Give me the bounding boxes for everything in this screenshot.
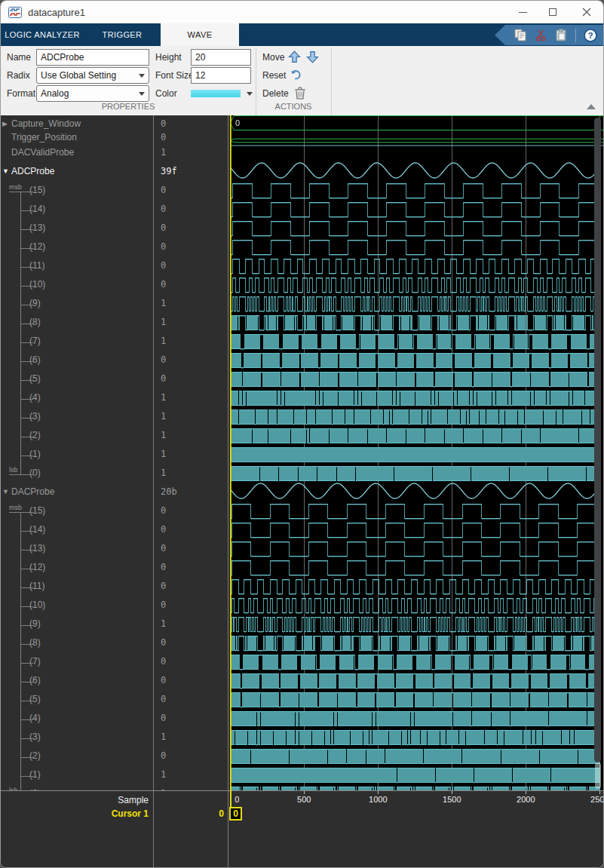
maximize-button[interactable] [538, 1, 568, 23]
tab-wave[interactable]: WAVE [161, 23, 239, 46]
channel-name[interactable]: (8) [29, 637, 41, 648]
msb-tag: msb [9, 504, 22, 511]
vertical-scrollbar [593, 118, 602, 789]
channel-name[interactable]: (12) [29, 562, 45, 572]
bit-tree-tick [20, 229, 33, 230]
channel-name[interactable]: (9) [29, 298, 41, 308]
channel-name[interactable]: (13) [29, 543, 45, 554]
cursor-marker-box[interactable]: 0 [229, 807, 242, 820]
ribbon-tab-bar: LOGIC ANALYZER TRIGGER WAVE ? [1, 23, 604, 46]
channel-value: 1 [161, 298, 166, 308]
channel-name[interactable]: (15) [29, 505, 45, 516]
channel-name[interactable]: (14) [29, 524, 45, 535]
bit-tree-tick [20, 342, 33, 343]
radix-dropdown[interactable]: Use Global Setting [36, 67, 149, 84]
cut-icon[interactable] [535, 29, 547, 41]
channel-name[interactable]: (8) [29, 317, 41, 327]
axis-tickmark [378, 791, 379, 794]
values-plot-divider[interactable] [228, 115, 228, 868]
collapse-channel-icon[interactable]: ▼ [2, 167, 9, 175]
channel-value: 0 [161, 241, 166, 252]
channel-name[interactable]: (1) [29, 769, 41, 780]
bit-tree-tick [20, 248, 33, 249]
channel-name[interactable]: (7) [29, 336, 41, 346]
bit-tree-tick [20, 644, 33, 645]
channel-name[interactable]: (10) [29, 600, 45, 610]
color-dropdown-caret[interactable] [247, 92, 253, 96]
paste-icon[interactable] [555, 29, 568, 41]
channel-name[interactable]: Capture_Window [11, 118, 81, 129]
channel-value: 0 [161, 118, 166, 129]
color-swatch[interactable] [191, 90, 241, 97]
format-dropdown[interactable]: Analog [36, 85, 149, 102]
channel-name[interactable]: (7) [29, 656, 41, 667]
move-up-button[interactable] [288, 51, 301, 63]
channel-name[interactable]: (11) [29, 581, 44, 591]
channel-name[interactable]: (12) [29, 241, 45, 252]
waveform-canvas[interactable] [229, 115, 604, 790]
height-input[interactable] [191, 49, 251, 66]
tab-trigger[interactable]: TRIGGER [90, 23, 155, 46]
channel-value: 0 [161, 675, 166, 686]
cursor-label: Cursor 1 [112, 808, 149, 819]
channel-value: 20b [161, 486, 177, 497]
channel-name[interactable]: (2) [29, 430, 41, 440]
help-icon[interactable]: ? [584, 29, 597, 42]
axis-label: Sample [118, 795, 149, 805]
minimize-icon [519, 12, 527, 13]
collapse-toolstrip-button[interactable] [587, 104, 596, 109]
channel-name[interactable]: (5) [29, 694, 41, 704]
channel-name[interactable]: (3) [29, 411, 41, 422]
minimize-button[interactable] [507, 1, 538, 23]
cursor-line-stem[interactable] [230, 790, 231, 807]
channel-name[interactable]: (9) [29, 618, 41, 629]
channel-value: 1 [161, 430, 166, 440]
channel-name[interactable]: (10) [29, 279, 45, 290]
name-input[interactable] [36, 49, 149, 66]
close-button[interactable] [572, 1, 602, 23]
bit-tree-tick [20, 719, 33, 720]
channel-value: 0 [161, 185, 166, 195]
title-bar: datacapture1 [1, 1, 604, 23]
channel-name[interactable]: (3) [29, 732, 41, 742]
actions-section-label: ACTIONS [256, 102, 331, 111]
axis-tick-label: 500 [297, 795, 311, 804]
reset-button[interactable] [290, 69, 302, 81]
names-values-divider[interactable] [153, 115, 154, 868]
channel-name[interactable]: DACProbe [11, 486, 54, 497]
format-label: Format [7, 85, 35, 102]
scrollbar-thumb[interactable] [594, 118, 601, 762]
channel-value: 0 [161, 204, 166, 214]
collapse-channel-icon[interactable]: ▼ [2, 488, 9, 495]
channel-name[interactable]: (4) [29, 392, 41, 403]
channel-name[interactable]: (4) [29, 713, 41, 723]
channel-name[interactable]: ADCProbe [11, 166, 54, 176]
copy-icon[interactable] [514, 29, 527, 41]
bit-tree-tick [20, 738, 33, 739]
bit-tree-tick [9, 474, 33, 475]
cursor-value: 0 [219, 808, 224, 819]
channel-value: 0 [161, 656, 166, 667]
delete-button[interactable] [294, 87, 306, 100]
channel-value: 0 [161, 222, 166, 233]
channel-name[interactable]: (13) [29, 222, 45, 233]
axis-tickmark [304, 791, 305, 794]
channel-value: 1 [161, 468, 166, 478]
channel-name[interactable]: (0) [29, 468, 41, 478]
move-down-button[interactable] [306, 51, 319, 63]
channel-name[interactable]: (11) [29, 260, 44, 271]
channel-name[interactable]: (6) [29, 354, 41, 365]
channel-name[interactable]: (14) [29, 204, 45, 214]
fontsize-input[interactable] [191, 67, 251, 84]
channel-name[interactable]: Trigger_Position [11, 132, 77, 143]
channel-name[interactable]: DACValidProbe [11, 147, 74, 158]
channel-name[interactable]: (15) [29, 185, 45, 195]
channel-name[interactable]: (1) [29, 449, 41, 459]
scrollbar-track[interactable] [595, 762, 601, 789]
tab-logic-analyzer[interactable]: LOGIC ANALYZER [1, 23, 84, 46]
channel-name[interactable]: (6) [29, 675, 41, 686]
channel-name[interactable]: (5) [29, 373, 41, 384]
expand-channel-icon[interactable]: ▶ [2, 120, 8, 127]
channel-name[interactable]: (2) [29, 750, 41, 761]
axis-tick-label: 1000 [369, 795, 387, 804]
